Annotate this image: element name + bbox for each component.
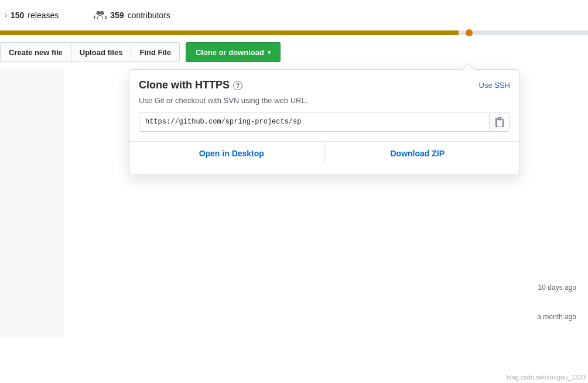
svg-point-3	[101, 12, 104, 15]
watermark: blog.csdn.net/sougou_1333	[504, 371, 588, 383]
older-timestamp: a month ago	[537, 313, 576, 321]
sidebar-stub	[0, 69, 63, 338]
create-new-file-button[interactable]: Create new file	[0, 42, 71, 62]
popup-actions: Open in Desktop Download ZIP	[139, 142, 510, 165]
download-zip-button[interactable]: Download ZIP	[325, 142, 511, 165]
releases-label: releases	[28, 11, 59, 20]
clone-url-input[interactable]	[139, 112, 489, 132]
recent-timestamp: 10 days ago	[538, 283, 576, 292]
clone-download-label: Clone or download	[196, 48, 264, 57]
url-row	[139, 112, 510, 132]
clone-download-button[interactable]: Clone or download ▾	[186, 42, 281, 62]
progress-bar-dot	[466, 29, 473, 36]
popup-title: Clone with HTTPS ?	[139, 79, 242, 91]
progress-bar	[0, 30, 588, 35]
contributors-icon	[94, 11, 107, 19]
copy-url-button[interactable]	[489, 112, 510, 132]
clipboard-icon	[494, 117, 505, 127]
releases-count: 150	[11, 11, 24, 20]
table-area: Clone with HTTPS ? Use SSH Use Git or ch…	[63, 69, 588, 338]
popup-title-text: Clone with HTTPS	[139, 79, 230, 91]
upload-files-button[interactable]: Upload files	[71, 42, 131, 62]
contributors-count: 359	[110, 11, 124, 20]
popup-description: Use Git or checkout with SVN using the w…	[139, 96, 510, 105]
page-wrapper: › 150 releases 359 contributors	[0, 0, 588, 383]
find-file-button[interactable]: Find File	[131, 42, 179, 62]
help-icon[interactable]: ?	[233, 81, 242, 90]
contributors-stat[interactable]: 359 contributors	[94, 11, 170, 20]
use-ssh-link[interactable]: Use SSH	[479, 81, 510, 90]
svg-point-2	[97, 12, 100, 15]
caret-icon: ▾	[268, 49, 271, 56]
clone-dropdown-popup: Clone with HTTPS ? Use SSH Use Git or ch…	[129, 69, 520, 175]
stats-row: › 150 releases 359 contributors	[0, 0, 588, 30]
content-area: Clone with HTTPS ? Use SSH Use Git or ch…	[0, 69, 588, 338]
toolbar-row: Create new file Upload files Find File C…	[0, 35, 588, 69]
chevron-right-icon: ›	[5, 11, 7, 19]
releases-stat[interactable]: › 150 releases	[5, 11, 59, 20]
open-in-desktop-button[interactable]: Open in Desktop	[139, 142, 325, 165]
progress-bar-fill	[0, 30, 459, 35]
contributors-label: contributors	[128, 11, 170, 20]
popup-header: Clone with HTTPS ? Use SSH	[139, 79, 510, 91]
